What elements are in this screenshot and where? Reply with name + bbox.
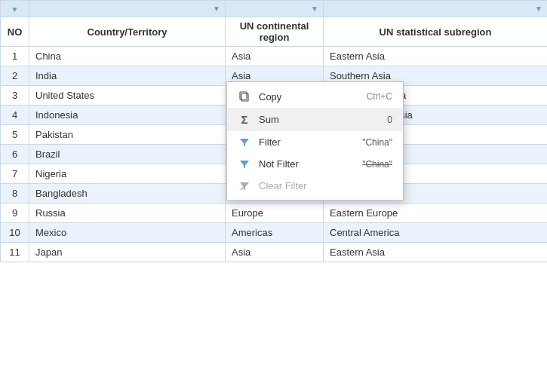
col-no-header: NO bbox=[1, 17, 29, 47]
filter-label: Filter bbox=[259, 136, 352, 148]
table-row[interactable]: 11JapanAsiaEastern Asia bbox=[1, 243, 548, 262]
cell-country: Indonesia bbox=[29, 106, 226, 125]
clear-filter-label: Clear Filter bbox=[259, 180, 392, 191]
filter-menu-item[interactable]: Filter "China" bbox=[227, 131, 403, 153]
cell-country: Russia bbox=[29, 204, 226, 223]
table-row[interactable]: 1ChinaAsiaEastern Asia bbox=[1, 47, 548, 66]
cell-no: 11 bbox=[1, 243, 29, 262]
country-filter-cell[interactable]: ▼ bbox=[29, 1, 226, 17]
cell-no: 3 bbox=[1, 86, 29, 106]
copy-label: Copy bbox=[259, 91, 359, 103]
no-filter-cell[interactable]: ▼ bbox=[1, 1, 29, 17]
cell-no: 10 bbox=[1, 223, 29, 243]
filter-row: ▼ ▼ ▼ ▼ bbox=[1, 1, 548, 17]
cell-un-subregion: Central America bbox=[324, 223, 548, 243]
no-dropdown-icon[interactable]: ▼ bbox=[11, 5, 19, 14]
cell-no: 9 bbox=[1, 204, 29, 223]
col-un-region-header: UN continental region bbox=[226, 17, 324, 47]
cell-country: United States bbox=[29, 86, 226, 106]
cell-country: India bbox=[29, 66, 226, 86]
copy-menu-item[interactable]: Copy Ctrl+C bbox=[227, 85, 403, 108]
un-subregion-filter-cell[interactable]: ▼ bbox=[324, 1, 548, 17]
sum-label: Sum bbox=[259, 114, 376, 125]
col-un-subregion-header: UN statistical subregion bbox=[324, 17, 548, 47]
copy-shortcut: Ctrl+C bbox=[367, 91, 392, 102]
cell-un-region: Asia bbox=[226, 47, 324, 66]
cell-un-subregion: Eastern Asia bbox=[324, 243, 548, 262]
cell-country: Nigeria bbox=[29, 164, 226, 184]
cell-country: Pakistan bbox=[29, 125, 226, 145]
not-filter-value: "China" bbox=[362, 159, 392, 170]
copy-icon bbox=[238, 90, 251, 103]
cell-un-region: Europe bbox=[226, 204, 324, 223]
cell-country: Brazil bbox=[29, 145, 226, 164]
cell-country: Bangladesh bbox=[29, 184, 226, 204]
clear-filter-menu-item[interactable]: Clear Filter bbox=[227, 175, 403, 197]
cell-country: Mexico bbox=[29, 223, 226, 243]
sum-icon: Σ bbox=[238, 113, 251, 126]
cell-un-subregion: Eastern Asia bbox=[324, 47, 548, 66]
cell-no: 1 bbox=[1, 47, 29, 66]
table-row[interactable]: 10MexicoAmericasCentral America bbox=[1, 223, 548, 243]
cell-no: 6 bbox=[1, 145, 29, 164]
cell-country: Japan bbox=[29, 243, 226, 262]
sum-value: 0 bbox=[387, 115, 392, 125]
cell-un-region: Americas bbox=[226, 223, 324, 243]
table-row[interactable]: 9RussiaEuropeEastern Europe bbox=[1, 204, 548, 223]
filter-value: "China" bbox=[362, 137, 392, 148]
cell-no: 5 bbox=[1, 125, 29, 145]
clear-filter-icon bbox=[238, 181, 251, 191]
cell-no: 8 bbox=[1, 184, 29, 204]
not-filter-icon bbox=[238, 159, 251, 170]
country-dropdown-icon[interactable]: ▼ bbox=[213, 5, 220, 13]
not-filter-menu-item[interactable]: Not Filter "China" bbox=[227, 153, 403, 175]
not-filter-label: Not Filter bbox=[259, 158, 352, 170]
un-subregion-dropdown-icon[interactable]: ▼ bbox=[535, 5, 542, 13]
cell-no: 2 bbox=[1, 66, 29, 86]
un-region-dropdown-icon[interactable]: ▼ bbox=[311, 5, 318, 13]
table-wrapper: ▼ ▼ ▼ ▼ NO Country/Territory bbox=[0, 0, 547, 392]
header-row: NO Country/Territory UN continental regi… bbox=[1, 17, 548, 47]
cell-country: China bbox=[29, 47, 226, 66]
col-country-header: Country/Territory bbox=[29, 17, 226, 47]
sum-menu-item[interactable]: Σ Sum 0 bbox=[227, 108, 403, 131]
cell-no: 7 bbox=[1, 164, 29, 184]
cell-no: 4 bbox=[1, 106, 29, 125]
cell-un-subregion: Eastern Europe bbox=[324, 204, 548, 223]
cell-un-region: Asia bbox=[226, 243, 324, 262]
context-menu: Copy Ctrl+C Σ Sum 0 Filter "China" Not bbox=[226, 81, 404, 201]
filter-icon bbox=[238, 137, 251, 148]
un-region-filter-cell[interactable]: ▼ bbox=[226, 1, 324, 17]
